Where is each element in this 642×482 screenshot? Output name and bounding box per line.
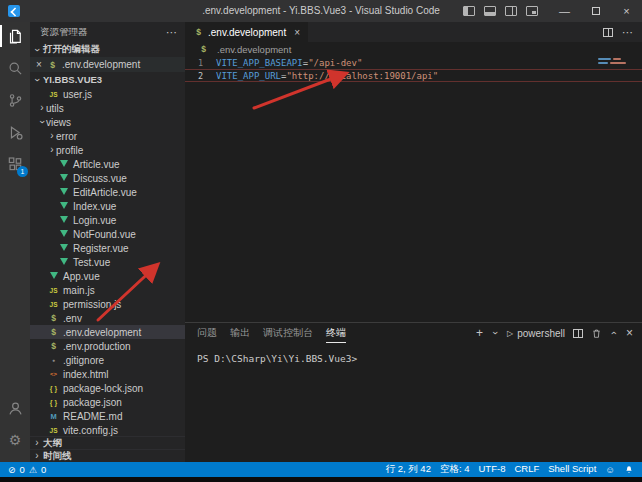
split-editor-icon[interactable] [603, 28, 613, 37]
outline-section[interactable]: › 大纲 [30, 436, 185, 449]
status-eol[interactable]: CRLF [514, 463, 539, 476]
js-icon: JS [48, 425, 59, 435]
tree-item-discuss-vue[interactable]: Discuss.vue [30, 171, 185, 185]
tree-item-utils[interactable]: ›utils [30, 101, 185, 115]
tree-item-package-lock-json[interactable]: { }package-lock.json [30, 381, 185, 395]
panel-tab-terminal[interactable]: 终端 [326, 323, 346, 343]
panel-tab-output[interactable]: 输出 [230, 323, 250, 343]
status-right-items: 行 2, 列 42空格: 4UTF-8CRLFShell Script [386, 463, 597, 476]
tree-item-article-vue[interactable]: Article.vue [30, 157, 185, 171]
tree-item-main-js[interactable]: JSmain.js [30, 283, 185, 297]
panel-tab-debug-console[interactable]: 调试控制台 [263, 323, 313, 343]
terminal-icon: ▷ [507, 329, 513, 338]
activity-explorer[interactable] [0, 22, 30, 50]
close-button[interactable]: × [611, 0, 642, 22]
close-icon[interactable]: × [294, 27, 300, 38]
minimap[interactable] [598, 58, 632, 66]
tree-item-test-vue[interactable]: Test.vue [30, 255, 185, 269]
breadcrumb[interactable]: $ .env.development [185, 42, 642, 56]
minimize-button[interactable]: — [549, 0, 580, 22]
tree-item-index-vue[interactable]: Index.vue [30, 199, 185, 213]
problems-indicator[interactable]: ⊘ 0 ⚠ 0 [8, 464, 46, 475]
code-token: VITE_APP_BASEAPI [216, 58, 303, 68]
feedback-smiley-icon[interactable]: ☺ [605, 464, 615, 475]
activity-search[interactable] [0, 54, 30, 82]
notifications-bell-icon[interactable] [624, 465, 634, 475]
panel-tab-problems[interactable]: 问题 [197, 323, 217, 343]
chevron-down-icon[interactable]: › [490, 329, 500, 337]
code-line-1[interactable]: 1VITE_APP_BASEAPI="/api-dev" [185, 56, 642, 69]
chevron-down-icon: › [32, 76, 42, 84]
tree-item--gitignore[interactable]: ●.gitignore [30, 353, 185, 367]
tree-item-package-json[interactable]: { }package.json [30, 395, 185, 409]
tree-item--env[interactable]: $.env [30, 311, 185, 325]
tree-item-views[interactable]: ›views [30, 115, 185, 129]
status-indentation[interactable]: 空格: 4 [440, 463, 470, 476]
code-token: "http://localhost:19001/api" [286, 71, 438, 81]
tree-item-profile[interactable]: ›profile [30, 143, 185, 157]
maximize-button[interactable] [580, 0, 611, 22]
status-cursor-position[interactable]: 行 2, 列 42 [386, 463, 431, 476]
panel: 问题输出调试控制台终端 + › ▷ powershell › × PS D:\C… [185, 322, 642, 462]
editor-more-icon[interactable]: ⋯ [622, 26, 633, 39]
toggle-secondary-sidebar-icon[interactable] [505, 6, 517, 16]
tree-item-user-js[interactable]: JSuser.js [30, 87, 185, 101]
extensions-badge: 1 [17, 166, 28, 177]
tree-item--env-production[interactable]: $.env.production [30, 339, 185, 353]
warning-icon: ⚠ [29, 465, 37, 475]
markdown-icon: M [48, 411, 59, 421]
tree-item-notfound-vue[interactable]: NotFound.vue [30, 227, 185, 241]
toggle-sidebar-icon[interactable] [463, 6, 475, 16]
terminal-shell-selector[interactable]: ▷ powershell [507, 328, 565, 339]
file-name: NotFound.vue [73, 229, 136, 240]
tree-item-permission-js[interactable]: JSpermission.js [30, 297, 185, 311]
status-language-mode[interactable]: Shell Script [548, 463, 596, 476]
env-dollar-icon: $ [47, 60, 58, 70]
chevron-down-icon: › [32, 46, 42, 54]
env-dollar-icon: $ [48, 341, 59, 351]
open-editors-header[interactable]: › 打开的编辑器 [30, 42, 185, 57]
more-actions-icon[interactable]: ⋯ [166, 26, 177, 39]
activity-account[interactable] [0, 394, 30, 422]
file-name: .env.production [63, 341, 131, 352]
open-editor-item[interactable]: × $ .env.development [30, 57, 185, 72]
tab-env-development[interactable]: $ .env.development × [185, 22, 308, 42]
new-terminal-icon[interactable]: + [476, 326, 483, 340]
tree-item-index-html[interactable]: <>index.html [30, 367, 185, 381]
code-editor[interactable]: 1VITE_APP_BASEAPI="/api-dev"2VITE_APP_UR… [185, 56, 642, 82]
activity-source-control[interactable] [0, 86, 30, 114]
vue-icon [58, 229, 69, 239]
tree-item-readme-md[interactable]: MREADME.md [30, 409, 185, 423]
toggle-panel-icon[interactable] [484, 6, 496, 16]
vue-icon [58, 201, 69, 211]
tree-item-vite-config-js[interactable]: JSvite.config.js [30, 423, 185, 437]
files-icon [7, 28, 24, 45]
activity-run-debug[interactable] [0, 118, 30, 146]
html-icon: <> [48, 369, 59, 379]
customize-layout-icon[interactable] [526, 6, 538, 16]
chevron-right-icon: › [48, 145, 56, 155]
error-icon: ⊘ [8, 465, 16, 475]
file-name: Article.vue [73, 159, 120, 170]
activity-extensions[interactable]: 1 [0, 150, 30, 178]
kill-terminal-icon[interactable] [591, 328, 602, 339]
git-branch-icon [7, 92, 24, 109]
tree-item-register-vue[interactable]: Register.vue [30, 241, 185, 255]
tree-item-app-vue[interactable]: App.vue [30, 269, 185, 283]
terminal-output[interactable]: PS D:\CSharp\Yi\Yi.BBS.Vue3> [185, 343, 642, 364]
close-panel-icon[interactable]: × [626, 326, 633, 340]
file-name: Discuss.vue [73, 173, 127, 184]
activity-settings[interactable]: ⚙ [0, 426, 30, 454]
project-header[interactable]: › YI.BBS.VUE3 [30, 72, 185, 87]
split-terminal-icon[interactable] [573, 329, 583, 338]
tree-item-editarticle-vue[interactable]: EditArticle.vue [30, 185, 185, 199]
code-line-2[interactable]: 2VITE_APP_URL="http://localhost:19001/ap… [185, 69, 642, 82]
close-icon[interactable]: × [36, 59, 47, 70]
tree-item--env-development[interactable]: $.env.development [30, 325, 185, 339]
tree-item-login-vue[interactable]: Login.vue [30, 213, 185, 227]
tree-item-error[interactable]: ›error [30, 129, 185, 143]
maximize-panel-icon[interactable]: › [609, 329, 619, 337]
run-debug-icon [7, 124, 24, 141]
status-encoding[interactable]: UTF-8 [479, 463, 506, 476]
timeline-section[interactable]: › 时间线 [30, 449, 185, 462]
